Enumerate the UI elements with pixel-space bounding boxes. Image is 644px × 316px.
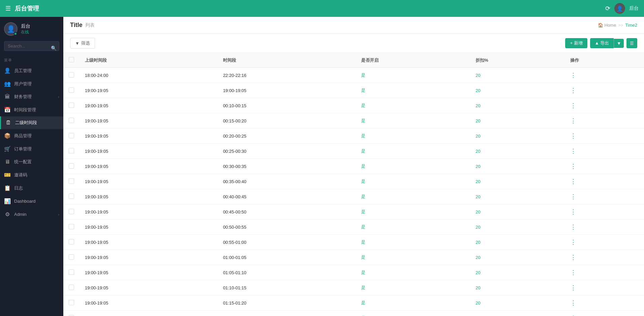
row-checkbox[interactable] — [69, 72, 74, 78]
discount-value[interactable]: 20 — [476, 300, 480, 306]
discount-value[interactable]: 20 — [476, 270, 480, 275]
sidebar-item-finance[interactable]: 🏛 财务管理 › — [0, 90, 63, 103]
row-check-cell — [63, 235, 79, 250]
row-checkbox[interactable] — [69, 178, 74, 184]
table-row: 19:00-19:05 00:25-00:30 是 20 ⋮ — [63, 144, 644, 159]
refresh-icon[interactable]: ⟳ — [605, 5, 610, 12]
breadcrumb-home[interactable]: 🏠 Home — [598, 23, 616, 28]
row-parent-time: 19:00-19:05 — [79, 295, 218, 311]
sidebar-item-config[interactable]: 🖥 统一配置 — [0, 155, 63, 168]
sidebar-item-second-timeslot[interactable]: 🗓 二级时间段 — [0, 116, 63, 129]
discount-value[interactable]: 20 — [476, 194, 480, 199]
sidebar-item-admin[interactable]: ⚙ Admin › — [0, 208, 63, 221]
actions-menu-icon[interactable]: ⋮ — [570, 163, 576, 170]
table-row: 19:00-19:05 00:20-00:25 是 20 ⋮ — [63, 128, 644, 144]
row-parent-time: 19:00-19:05 — [79, 204, 218, 220]
enabled-value: 是 — [361, 239, 365, 245]
actions-menu-icon[interactable]: ⋮ — [570, 314, 576, 316]
sidebar-item-dashboard[interactable]: 📊 Dashboard — [0, 195, 63, 208]
actions-menu-icon[interactable]: ⋮ — [570, 223, 576, 231]
discount-value[interactable]: 20 — [476, 240, 480, 245]
row-checkbox[interactable] — [69, 103, 74, 108]
actions-menu-icon[interactable]: ⋮ — [570, 117, 576, 124]
row-parent-time: 19:00-19:05 — [79, 189, 218, 204]
discount-value[interactable]: 20 — [476, 255, 480, 260]
row-checkbox[interactable] — [69, 133, 74, 138]
row-discount: 20 — [470, 250, 565, 265]
discount-value[interactable]: 20 — [476, 209, 480, 214]
row-checkbox[interactable] — [69, 194, 74, 199]
filter-button[interactable]: ▼ 筛选 — [70, 38, 95, 49]
row-checkbox[interactable] — [69, 254, 74, 260]
discount-value[interactable]: 20 — [476, 164, 480, 169]
config-icon: 🖥 — [4, 159, 11, 165]
row-checkbox[interactable] — [69, 239, 74, 245]
sidebar-item-timeslot[interactable]: 📅 时间段管理 — [0, 103, 63, 116]
sidebar-item-goods[interactable]: 📦 商品管理 — [0, 129, 63, 142]
row-check-cell — [63, 174, 79, 189]
actions-menu-icon[interactable]: ⋮ — [570, 71, 576, 79]
actions-menu-icon[interactable]: ⋮ — [570, 299, 576, 307]
enabled-value: 是 — [361, 194, 365, 199]
actions-menu-icon[interactable]: ⋮ — [570, 238, 576, 246]
discount-value[interactable]: 20 — [476, 225, 480, 230]
discount-value[interactable]: 20 — [476, 88, 480, 93]
row-enabled: 是 — [356, 68, 470, 83]
sidebar-item-invite[interactable]: 🎫 邀请码 — [0, 168, 63, 181]
profile-status: 在线 — [21, 29, 30, 35]
new-button[interactable]: + 新增 — [565, 38, 587, 48]
row-checkbox[interactable] — [69, 118, 74, 123]
row-checkbox[interactable] — [69, 315, 74, 316]
row-checkbox[interactable] — [69, 285, 74, 290]
actions-menu-icon[interactable]: ⋮ — [570, 208, 576, 216]
actions-menu-icon[interactable]: ⋮ — [570, 269, 576, 276]
row-checkbox[interactable] — [69, 87, 74, 93]
discount-value[interactable]: 20 — [476, 134, 480, 139]
export-button[interactable]: ▲ 导出 — [590, 38, 614, 48]
actions-menu-icon[interactable]: ⋮ — [570, 102, 576, 109]
select-all-checkbox[interactable] — [69, 57, 74, 62]
sidebar-item-label: 用户管理 — [14, 81, 59, 87]
row-checkbox[interactable] — [69, 224, 74, 229]
row-discount: 20 — [470, 98, 565, 113]
sidebar-item-users[interactable]: 👥 用户管理 — [0, 77, 63, 90]
row-checkbox[interactable] — [69, 269, 74, 275]
row-enabled: 是 — [356, 280, 470, 295]
row-enabled: 是 — [356, 159, 470, 174]
actions-menu-icon[interactable]: ⋮ — [570, 254, 576, 261]
row-actions: ⋮ — [565, 174, 644, 189]
row-checkbox[interactable] — [69, 148, 74, 153]
actions-menu-icon[interactable]: ⋮ — [570, 87, 576, 94]
export-dropdown-button[interactable]: ▼ — [614, 39, 624, 48]
row-checkbox[interactable] — [69, 163, 74, 169]
discount-value[interactable]: 20 — [476, 179, 480, 184]
actions-menu-icon[interactable]: ⋮ — [570, 132, 576, 140]
sidebar-item-label: 财务管理 — [14, 94, 55, 100]
columns-button[interactable]: ☰ — [626, 38, 637, 48]
actions-menu-icon[interactable]: ⋮ — [570, 147, 576, 155]
discount-value[interactable]: 20 — [476, 73, 480, 78]
sidebar-item-label: Dashboard — [14, 199, 59, 204]
sidebar-item-log[interactable]: 📋 日志 — [0, 181, 63, 195]
page-header: Title 列表 🏠 Home >> Time2 — [63, 17, 644, 34]
row-check-cell — [63, 220, 79, 235]
discount-value[interactable]: 20 — [476, 149, 480, 154]
discount-value[interactable]: 20 — [476, 118, 480, 123]
row-time-slot: 01:05-01:10 — [218, 265, 356, 280]
row-enabled: 是 — [356, 295, 470, 311]
discount-value[interactable]: 20 — [476, 103, 480, 108]
row-checkbox[interactable] — [69, 209, 74, 214]
hamburger-icon[interactable]: ☰ — [5, 5, 11, 12]
actions-menu-icon[interactable]: ⋮ — [570, 178, 576, 185]
actions-menu-icon[interactable]: ⋮ — [570, 284, 576, 291]
row-enabled: 是 — [356, 83, 470, 98]
row-check-cell — [63, 113, 79, 128]
row-enabled: 是 — [356, 144, 470, 159]
sidebar-item-orders[interactable]: 🛒 订单管理 — [0, 142, 63, 155]
discount-value[interactable]: 20 — [476, 285, 480, 290]
actions-menu-icon[interactable]: ⋮ — [570, 193, 576, 200]
staff-icon: 👤 — [4, 67, 11, 74]
sidebar-item-staff[interactable]: 👤 员工管理 — [0, 64, 63, 77]
row-checkbox[interactable] — [69, 300, 74, 305]
row-actions: ⋮ — [565, 68, 644, 83]
